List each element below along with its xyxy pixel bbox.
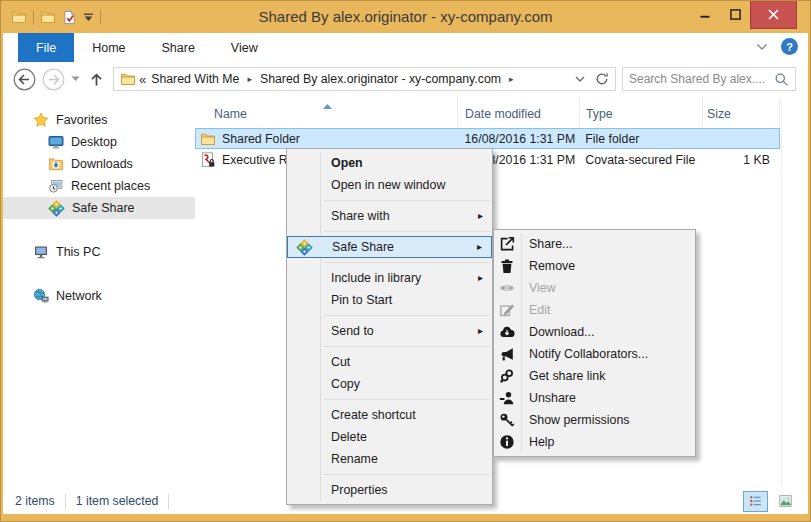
submenu-arrow-icon: ▸: [478, 267, 483, 289]
minimize-button[interactable]: [690, 1, 720, 27]
sidebar-item-this-pc[interactable]: This PC: [3, 241, 195, 263]
help-icon[interactable]: ?: [781, 38, 798, 55]
search-input[interactable]: [629, 72, 774, 86]
trash-icon: [499, 258, 515, 274]
menu-item-label: Delete: [331, 430, 367, 444]
submenu-item-remove[interactable]: Remove: [494, 255, 695, 277]
recent-locations-dropdown-icon[interactable]: [71, 76, 80, 82]
sidebar-item-downloads[interactable]: Downloads: [3, 153, 195, 175]
file-type-cell: File folder: [579, 132, 702, 146]
context-menu-item-include-in-library[interactable]: Include in library▸: [287, 267, 492, 289]
tab-home[interactable]: Home: [74, 33, 143, 62]
breadcrumb-shared-by-alexoriginator-xy-companycom[interactable]: Shared By alex.originator - xy-company.c…: [258, 72, 503, 86]
menu-item-label: Notify Collaborators...: [529, 347, 648, 361]
navigation-pane: FavoritesDesktopDownloadsRecent placesSa…: [3, 96, 195, 488]
submenu-arrow-icon: ▸: [478, 205, 483, 227]
context-menu-item-send-to[interactable]: Send to▸: [287, 320, 492, 342]
address-bar-buttons: [570, 69, 612, 89]
file-date-modified-cell: 16/08/2016 1:31 PM: [458, 132, 580, 146]
sort-ascending-icon: [323, 98, 332, 112]
info-icon: [499, 434, 515, 450]
breadcrumb-chevron-icon[interactable]: ▸: [244, 74, 255, 84]
previous-locations-dropdown-icon[interactable]: [570, 69, 590, 89]
column-header-type[interactable]: Type: [580, 96, 703, 128]
forward-button[interactable]: [42, 68, 65, 91]
file-name: Shared Folder: [222, 132, 300, 146]
file-row-shared-folder[interactable]: Shared Folder16/08/2016 1:31 PMFile fold…: [195, 128, 780, 149]
sidebar-item-recent-places[interactable]: Recent places: [3, 175, 195, 197]
context-menu-item-copy[interactable]: Copy: [287, 373, 492, 395]
sidebar-item-label: This PC: [56, 245, 100, 259]
address-bar[interactable]: «Shared With Me▸Shared By alex.originato…: [113, 67, 616, 91]
column-end-divider: [781, 100, 782, 484]
menu-item-label: Edit: [529, 303, 550, 317]
refresh-icon[interactable]: [592, 69, 612, 89]
back-button[interactable]: [13, 68, 36, 91]
submenu-item-download[interactable]: Download...: [494, 321, 695, 343]
breadcrumb-shared-with-me[interactable]: Shared With Me: [149, 72, 241, 86]
context-menu-item-pin-to-start[interactable]: Pin to Start: [287, 289, 492, 311]
status-divider: [168, 494, 169, 509]
submenu-item-notify-collaborators[interactable]: Notify Collaborators...: [494, 343, 695, 365]
tab-share[interactable]: Share: [144, 33, 213, 62]
breadcrumb-chevron-icon[interactable]: ▸: [506, 74, 517, 84]
folder-icon: [120, 71, 136, 87]
submenu-item-show-permissions[interactable]: Show permissions: [494, 409, 695, 431]
recent-places-icon: [48, 178, 64, 194]
menu-item-label: Get share link: [529, 369, 605, 383]
safeshare-icon: [48, 200, 65, 217]
maximize-button[interactable]: [720, 1, 750, 27]
minimize-ribbon-chevron-icon[interactable]: [756, 40, 768, 54]
network-icon: [33, 288, 49, 304]
window-controls: [690, 1, 797, 29]
column-header-date-modified[interactable]: Date modified: [458, 96, 580, 128]
submenu-arrow-icon: ▸: [477, 237, 482, 257]
breadcrumb-root-chevron[interactable]: «: [139, 72, 146, 87]
share-link-icon: [499, 368, 515, 384]
ribbon-right-controls: ?: [756, 38, 798, 55]
close-button[interactable]: [750, 1, 797, 29]
sidebar-item-label: Desktop: [71, 135, 117, 149]
sidebar-item-desktop[interactable]: Desktop: [3, 131, 195, 153]
up-button[interactable]: [89, 72, 104, 87]
details-view-button[interactable]: [743, 491, 768, 512]
tab-file[interactable]: File: [18, 33, 74, 62]
submenu-item-share[interactable]: Share...: [494, 233, 695, 255]
large-icons-view-button[interactable]: [773, 491, 798, 512]
context-menu-item-properties[interactable]: Properties: [287, 479, 492, 501]
context-menu-item-open-in-new-window[interactable]: Open in new window: [287, 174, 492, 196]
selection-count-label: 1 item selected: [76, 494, 159, 508]
folder-icon: [200, 131, 216, 147]
context-menu-item-cut[interactable]: Cut: [287, 351, 492, 373]
context-menu-item-share-with[interactable]: Share with▸: [287, 205, 492, 227]
eye-icon: [499, 280, 515, 296]
context-menu-item-create-shortcut[interactable]: Create shortcut: [287, 404, 492, 426]
this-pc-icon: [33, 244, 49, 260]
column-headers: NameDate modifiedTypeSize: [195, 96, 808, 128]
context-menu-item-delete[interactable]: Delete: [287, 426, 492, 448]
submenu-item-view: View: [494, 277, 695, 299]
sidebar-item-label: Favorites: [56, 113, 107, 127]
sidebar-item-network[interactable]: Network: [3, 285, 195, 307]
context-menu-item-open[interactable]: Open: [287, 152, 492, 174]
tab-view[interactable]: View: [213, 33, 276, 62]
submenu-item-help[interactable]: Help: [494, 431, 695, 453]
menu-item-label: Pin to Start: [331, 293, 392, 307]
navigation-toolbar: «Shared With Me▸Shared By alex.originato…: [3, 62, 808, 96]
column-header-size[interactable]: Size: [703, 96, 780, 128]
download-icon: [499, 324, 515, 340]
item-count-label: 2 items: [15, 494, 55, 508]
submenu-item-unshare[interactable]: Unshare: [494, 387, 695, 409]
search-icon[interactable]: [774, 72, 789, 87]
sidebar-item-favorites[interactable]: Favorites: [3, 109, 195, 131]
submenu-item-edit: Edit: [494, 299, 695, 321]
menu-item-label: Share...: [529, 237, 572, 251]
context-menu-item-safe-share[interactable]: Safe Share▸: [287, 236, 492, 258]
sidebar-item-safe-share[interactable]: Safe Share: [3, 197, 195, 219]
context-menu-item-rename[interactable]: Rename: [287, 448, 492, 470]
menu-item-label: Unshare: [529, 391, 576, 405]
menu-item-label: Help: [529, 435, 554, 449]
safeshare-icon: [296, 239, 313, 256]
submenu-item-get-share-link[interactable]: Get share link: [494, 365, 695, 387]
sidebar-item-label: Downloads: [71, 157, 133, 171]
